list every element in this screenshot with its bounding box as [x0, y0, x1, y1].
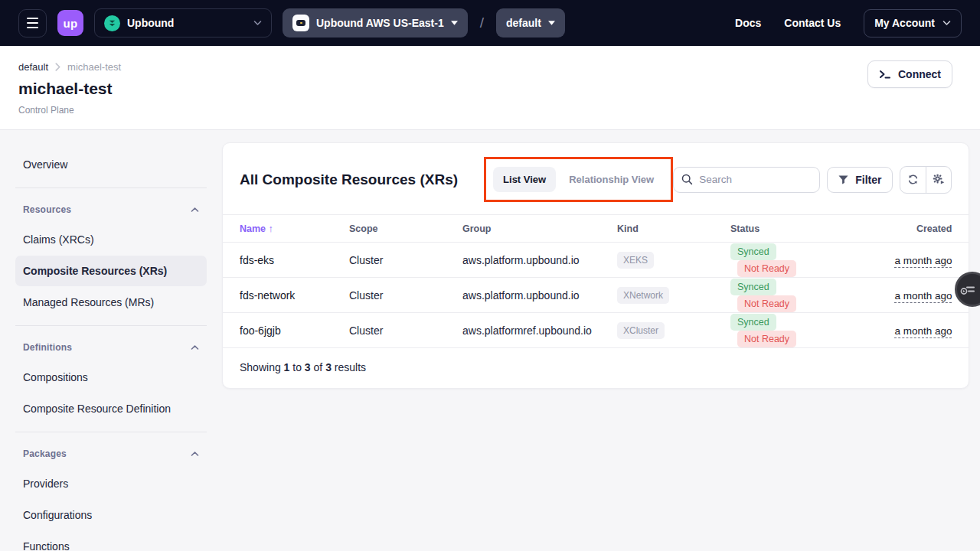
- column-label: Name: [240, 223, 266, 234]
- org-switcher-dropdown[interactable]: Upbound: [94, 8, 272, 37]
- sidebar-section-definitions[interactable]: Definitions: [15, 334, 207, 361]
- breadcrumb-root[interactable]: default: [18, 61, 48, 73]
- filter-icon: [838, 175, 848, 184]
- column-header-group[interactable]: Group: [462, 223, 617, 234]
- cell-status: Synced Not Ready: [730, 279, 844, 312]
- sidebar-item-configurations[interactable]: Configurations: [15, 500, 207, 530]
- cell-status: Synced Not Ready: [730, 243, 844, 277]
- column-header-status[interactable]: Status: [730, 223, 844, 234]
- cell-group: aws.platformref.upbound.io: [462, 324, 617, 337]
- column-header-name[interactable]: Name ↑: [240, 223, 349, 234]
- synced-badge: Synced: [730, 243, 776, 260]
- cell-created: a month ago: [844, 324, 952, 337]
- chevron-down-icon: [253, 20, 262, 26]
- table-toolbar: Filter: [673, 166, 952, 194]
- sidebar-section-packages[interactable]: Packages: [15, 440, 207, 468]
- kind-badge: XEKS: [617, 252, 654, 269]
- not-ready-badge: Not Ready: [737, 331, 796, 347]
- docs-link[interactable]: Docs: [735, 17, 761, 29]
- settings-run-icon: [933, 174, 945, 185]
- control-plane-icon: [292, 15, 309, 31]
- column-header-scope[interactable]: Scope: [349, 223, 462, 234]
- group-switcher[interactable]: default: [496, 8, 565, 37]
- navbar-right: Docs Contact Us My Account: [735, 9, 962, 37]
- card-header: All Composite Resources (XRs) List View …: [223, 143, 969, 214]
- cell-name: fds-network: [240, 289, 349, 302]
- cell-scope: Cluster: [349, 254, 462, 266]
- kind-badge: XNetwork: [617, 287, 669, 304]
- breadcrumb-chevron-icon: [55, 63, 60, 71]
- synced-badge: Synced: [730, 314, 776, 331]
- created-timestamp[interactable]: a month ago: [894, 325, 952, 338]
- cell-group: aws.platform.upbound.io: [462, 254, 617, 266]
- content-area: Overview Resources Claims (XRCs) Composi…: [0, 130, 980, 551]
- cell-kind: XNetwork: [617, 287, 730, 304]
- page-header: default michael-test michael-test Contro…: [0, 46, 980, 130]
- sidebar-item-composite-resource-definition[interactable]: Composite Resource Definition: [15, 393, 207, 424]
- not-ready-badge: Not Ready: [737, 295, 796, 312]
- cell-scope: Cluster: [349, 289, 462, 302]
- settings-run-button[interactable]: [926, 167, 951, 193]
- upbound-logo[interactable]: up: [57, 10, 83, 36]
- refresh-icon: [907, 174, 919, 185]
- list-view-tab[interactable]: List View: [493, 167, 556, 192]
- cell-scope: Cluster: [349, 324, 462, 337]
- column-header-created[interactable]: Created: [844, 223, 952, 234]
- cell-status: Synced Not Ready: [730, 314, 844, 347]
- summary-total: 3: [325, 361, 332, 373]
- org-avatar-icon: [104, 15, 120, 31]
- view-toggle: List View Relationship View: [484, 157, 673, 202]
- sidebar-item-managed-resources[interactable]: Managed Resources (MRs): [15, 287, 207, 318]
- breadcrumb: default michael-test: [18, 61, 962, 73]
- sort-arrow-icon: ↑: [269, 223, 273, 234]
- connect-button[interactable]: Connect: [867, 60, 952, 88]
- caret-down-icon: [451, 21, 458, 25]
- caret-down-icon: [548, 21, 555, 25]
- created-timestamp[interactable]: a month ago: [894, 290, 952, 303]
- sidebar-item-functions[interactable]: Functions: [15, 531, 207, 551]
- table-actions: [900, 166, 952, 194]
- cell-created: a month ago: [844, 253, 952, 267]
- sidebar: Overview Resources Claims (XRCs) Composi…: [15, 142, 207, 551]
- cell-name: foo-6jgjb: [240, 324, 349, 337]
- search-input[interactable]: [673, 167, 820, 193]
- sidebar-divider: [15, 325, 207, 326]
- section-header-label: Packages: [23, 448, 67, 459]
- table-row[interactable]: fds-eks Cluster aws.platform.upbound.io …: [223, 243, 969, 278]
- refresh-button[interactable]: [900, 167, 926, 193]
- control-plane-switcher[interactable]: Upbound AWS US-East-1: [283, 8, 468, 37]
- connect-label: Connect: [898, 68, 941, 80]
- summary-text: to: [292, 361, 302, 373]
- section-header-label: Resources: [23, 204, 71, 215]
- contact-us-link[interactable]: Contact Us: [784, 17, 841, 29]
- chevron-up-icon: [191, 207, 199, 213]
- my-account-menu[interactable]: My Account: [864, 9, 962, 37]
- summary-text: Showing: [240, 361, 281, 373]
- kind-badge: XCluster: [617, 322, 665, 339]
- sidebar-section-resources[interactable]: Resources: [15, 196, 207, 223]
- sidebar-item-compositions[interactable]: Compositions: [15, 362, 207, 393]
- menu-icon[interactable]: [18, 9, 47, 37]
- card-title: All Composite Resources (XRs): [240, 171, 458, 188]
- table-row[interactable]: fds-network Cluster aws.platform.upbound…: [223, 278, 969, 313]
- page-subtitle: Control Plane: [18, 105, 962, 116]
- group-name: default: [506, 17, 541, 29]
- page-title: michael-test: [18, 80, 962, 98]
- cell-name: fds-eks: [240, 254, 349, 266]
- table-row[interactable]: foo-6jgjb Cluster aws.platformref.upboun…: [223, 313, 969, 348]
- relationship-view-tab[interactable]: Relationship View: [559, 167, 664, 192]
- chevron-down-icon: [942, 20, 951, 26]
- created-timestamp[interactable]: a month ago: [894, 255, 952, 268]
- control-plane-name: Upbound AWS US-East-1: [316, 17, 444, 29]
- sidebar-item-overview[interactable]: Overview: [15, 149, 207, 180]
- summary-text: results: [335, 361, 366, 373]
- sidebar-item-claims[interactable]: Claims (XRCs): [15, 224, 207, 255]
- summary-text: of: [314, 361, 323, 373]
- chevron-up-icon: [191, 451, 199, 457]
- column-header-kind[interactable]: Kind: [617, 223, 730, 234]
- sidebar-item-providers[interactable]: Providers: [15, 468, 207, 499]
- sidebar-item-composite-resources[interactable]: Composite Resources (XRs): [15, 256, 207, 286]
- chevron-up-icon: [191, 344, 199, 350]
- table-header-row: Name ↑ Scope Group Kind Status Created: [223, 214, 969, 243]
- filter-button[interactable]: Filter: [827, 167, 893, 193]
